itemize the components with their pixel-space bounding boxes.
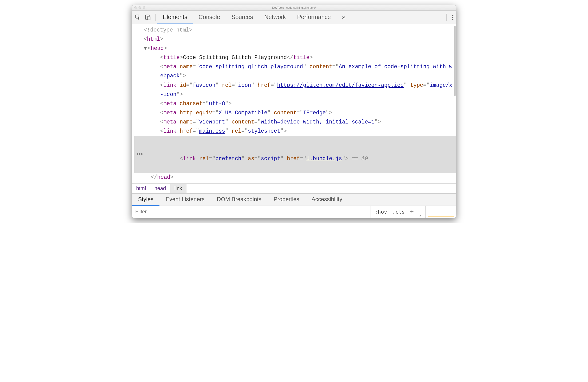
disclosure-triangle-icon[interactable]: ▼ (144, 44, 147, 53)
tab-elements[interactable]: Elements (157, 11, 193, 24)
dom-html-open[interactable]: <html> (134, 35, 456, 44)
toolbar-separator-right (446, 14, 447, 21)
tab-sources[interactable]: Sources (226, 11, 259, 24)
selected-node-ref: == $0 (349, 156, 368, 162)
new-style-rule-button[interactable]: + (410, 208, 414, 215)
inspect-element-icon[interactable] (135, 14, 141, 21)
svg-rect-2 (148, 16, 150, 20)
row-actions-icon[interactable]: ••• (137, 150, 143, 159)
styles-filter-input[interactable] (132, 209, 370, 215)
breadcrumb: html head link (132, 184, 456, 193)
dom-meta-charset[interactable]: <meta charset="utf-8"> (134, 99, 456, 108)
svg-point-3 (452, 15, 453, 16)
dom-meta-viewport[interactable]: <meta name="viewport" content="width=dev… (134, 118, 456, 127)
scrollbar[interactable] (454, 26, 456, 96)
kebab-menu-icon[interactable] (452, 14, 454, 21)
window-titlebar: DevTools - code-splitting.glitch.me/ (132, 5, 456, 11)
window-title: DevTools - code-splitting.glitch.me/ (132, 6, 456, 9)
dropdown-corner-icon[interactable] (419, 214, 421, 216)
dom-link-favicon[interactable]: <link id="favicon" rel="icon" href="http… (134, 81, 456, 99)
hov-toggle-button[interactable]: :hov (375, 209, 387, 215)
subtab-accessibility[interactable]: Accessibility (306, 193, 349, 206)
crumb-html[interactable]: html (132, 184, 150, 193)
device-toolbar-icon[interactable] (145, 14, 151, 21)
tab-more[interactable]: » (336, 11, 351, 24)
devtools-window: DevTools - code-splitting.glitch.me/ Ele… (132, 5, 456, 218)
dom-meta-http-equiv[interactable]: <meta http-equiv="X-UA-Compatible" conte… (134, 108, 456, 118)
toolbar-separator (155, 14, 156, 21)
elements-tree[interactable]: <!doctype html> <html> ▼<head> <title>Co… (132, 24, 456, 184)
dom-head-open[interactable]: ▼<head> (134, 44, 456, 53)
tab-performance[interactable]: Performance (292, 11, 336, 24)
bundle-href-link[interactable]: 1.bundle.js (306, 156, 342, 162)
crumb-link[interactable]: link (170, 184, 187, 193)
favicon-href-link[interactable]: https://glitch.com/edit/favicon-app.ico (277, 82, 404, 88)
maincss-href-link[interactable]: main.css (199, 128, 225, 134)
dom-head-close[interactable]: </head> (134, 173, 456, 182)
crumb-head[interactable]: head (150, 184, 170, 193)
sidebar-tabs: Styles Event Listeners DOM Breakpoints P… (132, 193, 456, 206)
dom-doctype[interactable]: <!doctype html> (134, 26, 456, 35)
cls-toggle-button[interactable]: .cls (392, 209, 405, 215)
tab-console[interactable]: Console (193, 11, 226, 24)
dom-link-prefetch-selected[interactable]: ••• <link rel="prefetch" as="script" hre… (134, 136, 456, 173)
subtab-properties[interactable]: Properties (267, 193, 305, 206)
styles-toolbar: :hov .cls + (132, 206, 456, 218)
subtab-event-listeners[interactable]: Event Listeners (159, 193, 210, 206)
svg-point-4 (452, 17, 453, 18)
tab-network[interactable]: Network (259, 11, 292, 24)
dom-link-maincss[interactable]: <link href="main.css" rel="stylesheet"> (134, 127, 456, 136)
subtab-styles[interactable]: Styles (132, 193, 159, 206)
svg-point-5 (452, 19, 453, 20)
subtab-dom-breakpoints[interactable]: DOM Breakpoints (211, 193, 267, 206)
main-toolbar: Elements Console Sources Network Perform… (132, 11, 456, 24)
box-model-inner (428, 216, 454, 217)
box-model-preview[interactable] (425, 206, 456, 218)
dom-title[interactable]: <title>Code Splitting Glitch Playground<… (134, 53, 456, 62)
dom-meta-description[interactable]: <meta name="code splitting glitch playgr… (134, 62, 456, 81)
